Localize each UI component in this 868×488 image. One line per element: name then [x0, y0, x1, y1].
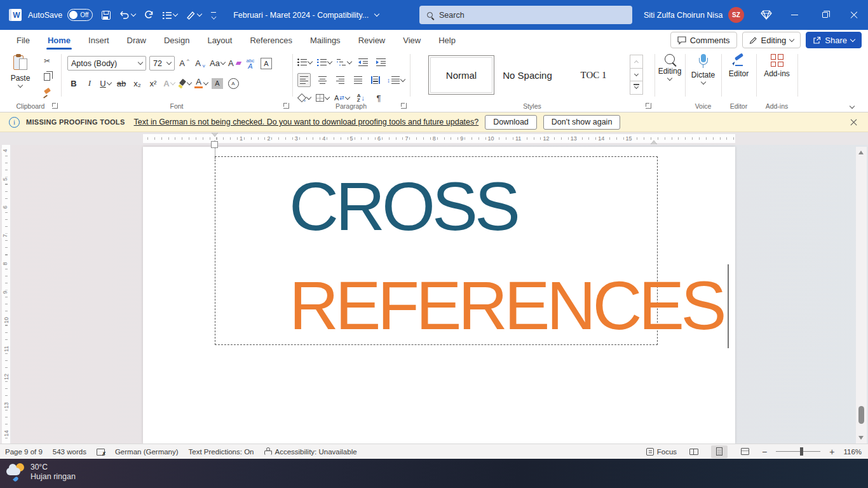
minimize-button[interactable] — [780, 0, 808, 30]
enclose-characters-button[interactable]: A — [227, 76, 240, 90]
editing-mode-button[interactable]: Editing — [742, 32, 801, 48]
accessibility-status[interactable]: Accessibility: Unavailable — [264, 447, 356, 456]
tab-home[interactable]: Home — [46, 32, 72, 49]
dictate-button[interactable]: Dictate — [685, 54, 721, 84]
font-dialog-launcher[interactable] — [283, 103, 289, 109]
clear-formatting-button[interactable]: A — [228, 57, 241, 71]
phonetic-guide-button[interactable]: abcA — [244, 57, 257, 71]
increase-indent-button[interactable] — [374, 55, 387, 69]
font-name-combo[interactable]: Aptos (Body) — [67, 56, 146, 71]
align-right-button[interactable] — [334, 73, 346, 87]
document-heading-line1[interactable]: CROSS — [289, 172, 517, 241]
font-size-combo[interactable]: 72 — [149, 56, 175, 71]
document-title-dropdown-icon[interactable] — [374, 11, 379, 17]
editing-button[interactable]: Editing — [654, 54, 685, 80]
user-name[interactable]: Siti Zulfa Choirun Nisa — [644, 11, 722, 20]
numbering-button[interactable] — [317, 55, 332, 69]
paragraph-dialog-launcher[interactable] — [401, 103, 407, 109]
close-button[interactable] — [840, 0, 868, 30]
styles-dialog-launcher[interactable] — [646, 103, 651, 109]
align-center-button[interactable] — [316, 73, 329, 87]
document-page[interactable]: CROSS REFERENCES — [143, 147, 735, 444]
styles-gallery-more[interactable] — [630, 81, 643, 95]
redo-button[interactable] — [144, 10, 154, 20]
search-box[interactable]: Search — [419, 6, 632, 24]
style-toc-1[interactable]: TOC 1 — [560, 55, 627, 95]
tab-draw[interactable]: Draw — [126, 32, 147, 49]
format-painter-button[interactable] — [41, 87, 53, 98]
styles-scroll-up[interactable] — [630, 55, 643, 69]
zoom-out-button[interactable]: − — [762, 447, 767, 457]
tab-design[interactable]: Design — [163, 32, 191, 49]
proofing-status[interactable] — [97, 448, 105, 456]
frame-sizing-handle[interactable] — [211, 141, 218, 148]
word-count[interactable]: 543 words — [53, 448, 86, 456]
scroll-down-arrow-icon[interactable] — [858, 436, 864, 440]
grow-font-button[interactable]: A^ — [178, 57, 191, 71]
pen-qat-button[interactable] — [186, 10, 201, 20]
multilevel-list-button[interactable] — [337, 55, 351, 69]
avatar[interactable]: SZ — [728, 7, 744, 23]
collapse-ribbon-icon[interactable] — [850, 104, 855, 109]
vertical-scrollbar[interactable] — [856, 147, 867, 444]
clipboard-dialog-launcher[interactable] — [52, 103, 58, 109]
text-predictions[interactable]: Text Predictions: On — [189, 448, 254, 456]
print-layout-button[interactable] — [711, 445, 728, 458]
focus-mode-button[interactable]: Focus — [646, 448, 677, 456]
style-normal[interactable]: Normal — [428, 55, 494, 95]
web-layout-button[interactable] — [736, 445, 753, 458]
highlight-button[interactable] — [179, 76, 191, 90]
scroll-up-arrow-icon[interactable] — [858, 151, 864, 154]
copy-button[interactable] — [41, 71, 53, 83]
undo-button[interactable] — [119, 11, 135, 20]
tab-help[interactable]: Help — [437, 32, 457, 49]
proofing-message-link[interactable]: Text in German is not being checked. Do … — [134, 118, 479, 126]
subscript-button[interactable]: x₂ — [131, 76, 144, 90]
font-color-button[interactable]: A — [194, 76, 208, 90]
download-button[interactable]: Download — [485, 115, 537, 130]
superscript-button[interactable]: x² — [147, 76, 159, 90]
bullets-button[interactable] — [297, 55, 312, 69]
vertical-ruler[interactable]: 4567891011121314 — [0, 145, 11, 444]
paste-button[interactable]: Paste — [5, 54, 36, 87]
weather-widget[interactable]: 30°C Hujan ringan — [6, 463, 76, 482]
scrollbar-thumb[interactable] — [858, 406, 864, 424]
share-button[interactable]: Share — [806, 32, 862, 48]
tab-review[interactable]: Review — [357, 32, 387, 49]
text-effects-button[interactable]: A — [163, 76, 175, 90]
zoom-in-button[interactable]: + — [829, 447, 834, 457]
tab-layout[interactable]: Layout — [206, 32, 233, 49]
character-border-button[interactable]: A — [260, 57, 273, 71]
zoom-slider[interactable] — [776, 451, 820, 452]
distribute-button[interactable] — [369, 73, 382, 87]
numbering-qat-button[interactable] — [163, 11, 177, 19]
horizontal-ruler[interactable]: 123456789101112131415 — [0, 132, 868, 145]
addins-button[interactable]: Add-ins — [756, 54, 797, 78]
premium-gem-icon[interactable] — [760, 8, 773, 21]
message-bar-close-icon[interactable] — [850, 118, 858, 126]
style-no-spacing[interactable]: No Spacing — [494, 55, 560, 95]
styles-scroll-down[interactable] — [630, 68, 643, 82]
shrink-font-button[interactable]: Av — [194, 57, 207, 71]
align-left-button[interactable] — [297, 73, 311, 87]
restore-button[interactable] — [811, 0, 839, 30]
tab-view[interactable]: View — [402, 32, 422, 49]
tab-file[interactable]: File — [15, 32, 31, 49]
zoom-level[interactable]: 116% — [843, 448, 862, 456]
page-indicator[interactable]: Page 9 of 9 — [5, 448, 43, 456]
read-mode-button[interactable] — [686, 445, 702, 458]
right-indent-marker[interactable] — [651, 137, 657, 144]
change-case-button[interactable]: Aa — [210, 57, 225, 71]
italic-button[interactable]: I — [83, 76, 96, 90]
autosave-toggle[interactable]: Off — [67, 9, 93, 21]
quick-access-overflow-icon[interactable] — [210, 12, 217, 18]
document-title[interactable]: Februari - Maret 2024 - Compatibility... — [233, 11, 369, 20]
comments-button[interactable]: Comments — [670, 32, 737, 48]
tab-references[interactable]: References — [248, 32, 293, 49]
bold-button[interactable]: B — [67, 76, 80, 90]
dont-show-again-button[interactable]: Don't show again — [543, 115, 621, 130]
character-shading-button[interactable]: A — [211, 76, 224, 90]
text-frame[interactable]: CROSS REFERENCES — [215, 156, 658, 345]
document-heading-line2[interactable]: REFERENCES — [289, 271, 723, 340]
tab-mailings[interactable]: Mailings — [309, 32, 342, 49]
